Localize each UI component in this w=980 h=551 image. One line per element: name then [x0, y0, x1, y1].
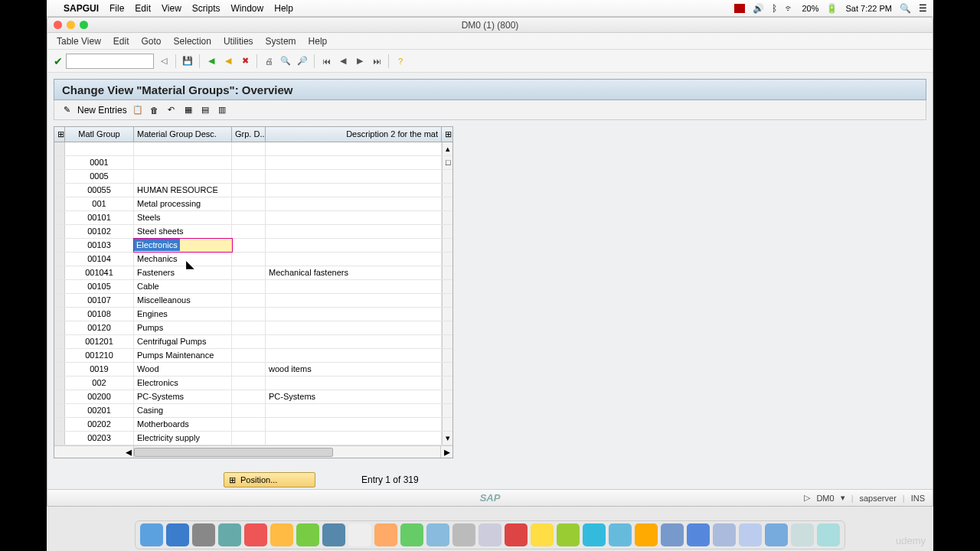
close-icon[interactable]: [54, 21, 62, 29]
cell-desc[interactable]: PC-Systems: [134, 390, 232, 403]
scroll-thumb[interactable]: [134, 448, 333, 457]
dock-app-18[interactable]: [609, 523, 632, 546]
delete-icon[interactable]: 🗑: [149, 104, 161, 116]
table-row[interactable]: 00202Motherboards: [54, 418, 452, 432]
dock-app-22[interactable]: [713, 523, 736, 546]
bluetooth-icon[interactable]: ᛒ: [772, 3, 777, 14]
row-selector[interactable]: [54, 418, 65, 431]
row-selector[interactable]: [54, 170, 65, 183]
cell-desc2[interactable]: [266, 404, 442, 417]
table-row[interactable]: 00203Electricity supply▾: [54, 432, 452, 445]
cell-desc[interactable]: [134, 170, 232, 183]
cell-desc2[interactable]: [266, 170, 442, 183]
dock-app-0[interactable]: [140, 523, 163, 546]
sapmenu-goto[interactable]: Goto: [142, 36, 162, 47]
menu-file[interactable]: File: [109, 3, 124, 14]
cell-matl-group[interactable]: 001041: [65, 266, 134, 279]
menu-edit[interactable]: Edit: [135, 3, 151, 14]
cell-grp-d[interactable]: [232, 418, 266, 431]
volume-icon[interactable]: 🔊: [753, 3, 764, 14]
row-selector[interactable]: [54, 142, 65, 155]
table-row[interactable]: 00104Mechanics: [54, 253, 452, 266]
cell-grp-d[interactable]: [232, 170, 266, 183]
print-icon[interactable]: 🖨: [262, 54, 276, 68]
cell-grp-d[interactable]: [232, 225, 266, 238]
cell-desc[interactable]: Pumps: [134, 321, 232, 334]
dock-app-8[interactable]: [348, 523, 371, 546]
cell-desc2[interactable]: [266, 308, 442, 321]
cell-matl-group[interactable]: 001201: [65, 335, 134, 348]
sapmenu-system[interactable]: System: [266, 36, 296, 47]
cell-grp-d[interactable]: [232, 349, 266, 362]
cell-grp-d[interactable]: [232, 184, 266, 197]
row-selector[interactable]: [54, 197, 65, 210]
dock-app-14[interactable]: [505, 523, 528, 546]
cell-desc2[interactable]: [266, 225, 442, 238]
row-selector[interactable]: [54, 225, 65, 238]
cell-desc2[interactable]: PC-Systems: [266, 390, 442, 403]
cell-desc[interactable]: Motherboards: [134, 418, 232, 431]
find-icon[interactable]: 🔍: [279, 54, 292, 68]
cell-grp-d[interactable]: [232, 363, 266, 376]
table-row[interactable]: ▴: [54, 142, 452, 156]
cell-grp-d[interactable]: [232, 404, 266, 417]
cell-grp-d[interactable]: [232, 390, 266, 403]
wifi-icon[interactable]: ᯤ: [785, 3, 794, 14]
cell-grp-d[interactable]: [232, 197, 266, 210]
cell-desc[interactable]: Mechanics: [134, 253, 232, 266]
cell-desc[interactable]: Casing: [134, 404, 232, 417]
table-row[interactable]: 0019Woodwood items: [54, 363, 452, 377]
cell-matl-group[interactable]: 00108: [65, 308, 134, 321]
cell-grp-d[interactable]: [232, 335, 266, 348]
dock-app-12[interactable]: [452, 523, 475, 546]
cell-matl-group[interactable]: 0019: [65, 363, 134, 376]
cell-desc[interactable]: Cable: [134, 280, 232, 293]
row-selector[interactable]: [54, 321, 65, 334]
menu-icon[interactable]: ☰: [919, 3, 927, 14]
cell-desc[interactable]: Electronics: [134, 239, 232, 252]
dock-app-1[interactable]: [166, 523, 189, 546]
sapmenu-tableview[interactable]: Table View: [57, 36, 101, 47]
dock-app-3[interactable]: [218, 523, 241, 546]
cell-matl-group[interactable]: 00202: [65, 418, 134, 431]
dock-app-6[interactable]: [296, 523, 319, 546]
row-selector[interactable]: [54, 335, 65, 348]
cell-desc2[interactable]: [266, 211, 442, 224]
cell-desc[interactable]: Centrifugal Pumps: [134, 335, 232, 348]
cell-desc2[interactable]: [266, 321, 442, 334]
cell-matl-group[interactable]: 0001: [65, 156, 134, 169]
command-field[interactable]: [66, 54, 154, 69]
cell-matl-group[interactable]: 00102: [65, 225, 134, 238]
dock-app-21[interactable]: [687, 523, 710, 546]
cell-matl-group[interactable]: 00201: [65, 404, 134, 417]
cell-grp-d[interactable]: [232, 280, 266, 293]
cell-grp-d[interactable]: [232, 239, 266, 252]
cell-grp-d[interactable]: [232, 294, 266, 307]
cell-matl-group[interactable]: 00120: [65, 321, 134, 334]
cell-desc2[interactable]: [266, 197, 442, 210]
enter-icon[interactable]: ✔: [54, 55, 63, 67]
cell-desc2[interactable]: [266, 335, 442, 348]
help-icon[interactable]: ?: [394, 54, 407, 68]
dock-app-5[interactable]: [270, 523, 293, 546]
cell-matl-group[interactable]: 0005: [65, 170, 134, 183]
sapmenu-utilities[interactable]: Utilities: [224, 36, 253, 47]
dock-app-25[interactable]: [791, 523, 814, 546]
cell-matl-group[interactable]: 001210: [65, 349, 134, 362]
sapmenu-edit[interactable]: Edit: [113, 36, 129, 47]
cell-desc2[interactable]: [266, 377, 442, 390]
table-row[interactable]: 00102Steel sheets: [54, 225, 452, 239]
dock-app-17[interactable]: [583, 523, 606, 546]
menu-view[interactable]: View: [162, 3, 181, 14]
table-row[interactable]: 00103Electronics: [54, 239, 452, 253]
cell-desc[interactable]: Metal processing: [134, 197, 232, 210]
dock-app-9[interactable]: [374, 523, 397, 546]
cell-grp-d[interactable]: [232, 266, 266, 279]
cell-matl-group[interactable]: 00200: [65, 390, 134, 403]
row-selector[interactable]: [54, 294, 65, 307]
cell-matl-group[interactable]: 00105: [65, 280, 134, 293]
copy-icon[interactable]: 📋: [132, 104, 144, 116]
back-icon[interactable]: ◀: [204, 54, 218, 68]
cell-grp-d[interactable]: [232, 211, 266, 224]
cell-matl-group[interactable]: 00103: [65, 239, 134, 252]
